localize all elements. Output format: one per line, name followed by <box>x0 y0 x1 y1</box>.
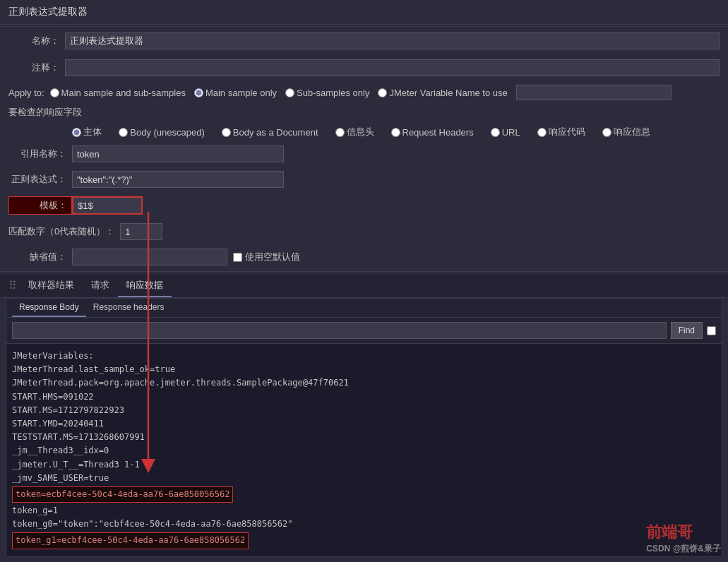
title-bar: 正则表达式提取器 <box>0 0 728 25</box>
apply-to-row: Apply to: Main sample and sub-samples Ma… <box>0 82 728 103</box>
list-item: _jm__Thread3__idx=0 <box>12 444 716 458</box>
radio-url-label[interactable]: URL <box>502 127 520 138</box>
find-checkbox[interactable] <box>707 326 716 335</box>
regex-input[interactable] <box>72 171 284 188</box>
radio-main-sub-input[interactable] <box>50 88 59 97</box>
radio-body: 主体 <box>72 126 102 138</box>
response-tab-headers[interactable]: Response headers <box>86 299 172 317</box>
page-title: 正则表达式提取器 <box>8 6 88 17</box>
template-row: 模板： <box>0 193 728 217</box>
tab-response-data[interactable]: 响应数据 <box>118 275 172 297</box>
radio-resp-msg-label[interactable]: 响应信息 <box>614 126 650 138</box>
radio-info-head: 信息头 <box>335 126 374 138</box>
radio-main-only-label[interactable]: Main sample only <box>205 88 277 98</box>
default-row: 缺省值： 使用空默认值 <box>0 246 728 268</box>
radio-body-label[interactable]: 主体 <box>83 126 102 138</box>
watermark: 前端哥 CSDN @煎饼&果子 <box>646 522 721 555</box>
list-item: START.MS=1712797822923 <box>12 404 716 417</box>
radio-jmeter-var-input[interactable] <box>378 88 387 97</box>
comment-input[interactable] <box>65 59 720 76</box>
list-item: _jmeter.U_T__=Thread3 1-1 <box>12 458 716 472</box>
list-item: JMeterThread.last_sample_ok=true <box>12 363 716 376</box>
radio-resp-code-input[interactable] <box>537 128 547 137</box>
radio-fields-row: 主体 Body (unescaped) Body as a Document 信… <box>0 121 728 143</box>
use-default-label[interactable]: 使用空默认值 <box>233 251 300 263</box>
radio-url-input[interactable] <box>491 128 500 137</box>
radio-info-head-label[interactable]: 信息头 <box>347 126 374 138</box>
watermark-sub: CSDN @煎饼&果子 <box>646 543 721 555</box>
radio-info-head-input[interactable] <box>335 128 345 137</box>
response-content: JMeterVariables: JMeterThread.last_sampl… <box>6 344 722 556</box>
radio-req-headers-input[interactable] <box>391 128 400 137</box>
comment-label: 注释： <box>8 61 65 74</box>
radio-sub-only-label[interactable]: Sub-samples only <box>297 88 369 98</box>
watermark-text: 前端哥 <box>646 522 721 543</box>
name-input[interactable] <box>65 32 720 49</box>
app-container: 正则表达式提取器 名称： 注释： Apply to: Main sample a… <box>0 0 728 562</box>
list-item: token_g0="token":"ecbf4cee-50c4-4eda-aa7… <box>12 518 716 531</box>
radio-main-sub: Main sample and sub-samples <box>50 88 186 98</box>
default-label: 缺省值： <box>8 251 72 263</box>
regex-row: 正则表达式： <box>0 168 728 191</box>
radio-body-doc-label[interactable]: Body as a Document <box>233 127 318 138</box>
use-default-checkbox[interactable] <box>233 253 242 262</box>
tab-request[interactable]: 请求 <box>83 275 118 297</box>
radio-req-headers: Request Headers <box>391 127 474 138</box>
name-row: 名称： <box>0 28 728 54</box>
find-input[interactable] <box>12 322 667 339</box>
radio-body-unescaped: Body (unescaped) <box>119 127 205 138</box>
response-panel: Response Body Response headers Find JMet… <box>6 298 722 557</box>
radio-resp-code: 响应代码 <box>537 126 585 138</box>
list-item: START.YMD=20240411 <box>12 417 716 431</box>
list-item: _jmv_SAME_USER=true <box>12 472 716 485</box>
response-tabs: Response Body Response headers <box>6 299 722 318</box>
list-item: TESTSTART.MS=1713268607991 <box>12 431 716 444</box>
name-label: 名称： <box>8 35 65 47</box>
radio-req-headers-label[interactable]: Request Headers <box>402 127 474 138</box>
highlight-token-g1: token_g1=ecbf4cee-50c4-4eda-aa76-6ae8580… <box>12 532 249 549</box>
ref-name-label: 引用名称： <box>8 148 72 160</box>
radio-sub-only-input[interactable] <box>285 88 294 97</box>
tab-dots: ⠿ <box>6 275 20 297</box>
list-item: token_g=1 <box>12 504 716 518</box>
radio-main-only-input[interactable] <box>194 88 203 97</box>
radio-jmeter-var-label[interactable]: JMeter Variable Name to use <box>389 88 507 98</box>
radio-body-unescaped-input[interactable] <box>119 128 128 137</box>
template-input[interactable] <box>72 196 143 215</box>
radio-body-unescaped-label[interactable]: Body (unescaped) <box>130 127 205 138</box>
radio-jmeter-var: JMeter Variable Name to use <box>378 88 507 98</box>
list-item: token_g1=ecbf4cee-50c4-4eda-aa76-6ae8580… <box>12 532 716 549</box>
list-item: START.HMS=091022 <box>12 390 716 404</box>
template-label: 模板： <box>8 196 72 215</box>
response-tab-body[interactable]: Response Body <box>12 299 86 317</box>
match-label: 匹配数字（0代表随机）： <box>8 225 120 238</box>
radio-sub-only: Sub-samples only <box>285 88 369 98</box>
radio-resp-msg: 响应信息 <box>602 126 650 138</box>
find-button[interactable]: Find <box>671 322 703 339</box>
ref-name-input[interactable] <box>72 145 284 162</box>
list-item: JMeterThread.pack=org.apache.jmeter.thre… <box>12 376 716 390</box>
radio-url: URL <box>491 127 520 138</box>
default-input[interactable] <box>72 249 227 265</box>
find-bar: Find <box>6 318 722 344</box>
jmeter-var-input[interactable] <box>516 85 672 100</box>
regex-label: 正则表达式： <box>8 173 72 186</box>
radio-body-doc-input[interactable] <box>222 128 231 137</box>
match-row: 匹配数字（0代表随机）： <box>0 220 728 243</box>
tab-sampler-result[interactable]: 取样器结果 <box>20 275 83 297</box>
radio-resp-msg-input[interactable] <box>602 128 611 137</box>
radio-main-only: Main sample only <box>194 88 277 98</box>
apply-to-label: Apply to: <box>8 88 44 98</box>
radio-main-sub-label[interactable]: Main sample and sub-samples <box>61 88 186 98</box>
ref-name-row: 引用名称： <box>0 143 728 165</box>
comment-row: 注释： <box>0 58 728 78</box>
list-item: token=ecbf4cee-50c4-4eda-aa76-6ae8580565… <box>12 486 716 503</box>
highlight-token: token=ecbf4cee-50c4-4eda-aa76-6ae8580565… <box>12 486 233 503</box>
list-item: JMeterVariables: <box>12 349 716 363</box>
radio-body-doc: Body as a Document <box>222 127 318 138</box>
radio-resp-code-label[interactable]: 响应代码 <box>549 126 585 138</box>
field-section-title: 要检查的响应字段 <box>0 103 728 121</box>
match-input[interactable] <box>120 223 162 240</box>
tabs-bar: ⠿ 取样器结果 请求 响应数据 <box>0 275 728 298</box>
radio-body-input[interactable] <box>72 128 81 137</box>
